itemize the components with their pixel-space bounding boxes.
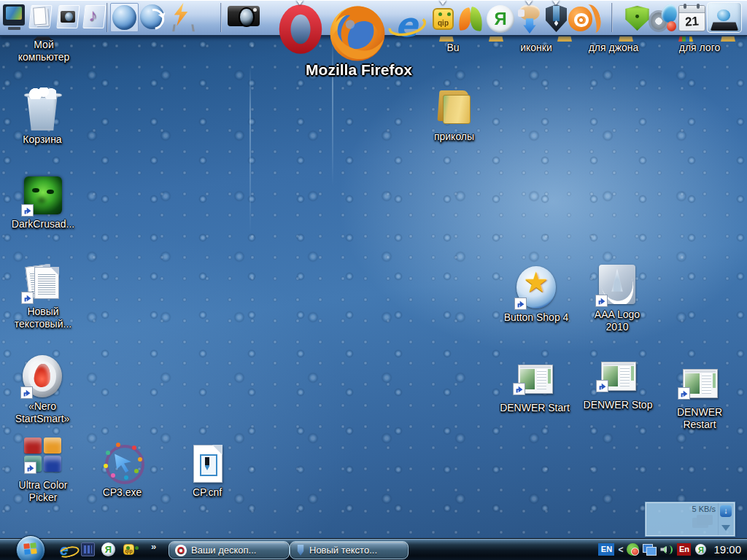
denwer-window-icon: [514, 359, 555, 400]
desktop-icon-new-text-document[interactable]: Новый текстовый...: [6, 262, 80, 330]
system-tray: EN < En Я 19:00: [598, 539, 747, 560]
icon-label: Ultra Color Picker: [9, 479, 77, 504]
desktop-icon-ultra-color-picker[interactable]: Ultra Color Picker: [9, 436, 77, 504]
dock-qip-icon[interactable]: qip: [430, 6, 456, 32]
tray-green-app-icon[interactable]: [627, 543, 639, 556]
dock-opera-icon[interactable]: [274, 2, 327, 56]
collapse-widget-button[interactable]: [721, 525, 730, 531]
dock-orange-comet-icon[interactable]: [568, 4, 600, 34]
nero-icon: [22, 354, 63, 398]
icon-label: Мой компьютер: [10, 39, 77, 63]
tray-network-icon[interactable]: [643, 544, 657, 556]
shortcut-arrow-icon: [678, 387, 690, 400]
task-button-label: Ваши дескоп...: [191, 545, 256, 556]
denwer-window-icon: [597, 356, 638, 397]
running-indicator: [296, 0, 303, 5]
shortcut-arrow-icon: [513, 383, 525, 395]
network-traffic-widget[interactable]: 5 KB/s ↓: [645, 502, 735, 537]
download-arrow-icon[interactable]: ↓: [720, 505, 732, 517]
dock-water-gear-icon[interactable]: [651, 4, 677, 32]
dock-firefox-icon[interactable]: [328, 3, 387, 64]
shortcut-arrow-icon: [514, 298, 527, 310]
dock-download-hand-icon[interactable]: [516, 4, 543, 34]
color-squares-icon: [23, 436, 63, 477]
desktop-icon-denwer-stop[interactable]: DENWER Stop: [574, 356, 662, 411]
shortcut-arrow-icon: [21, 204, 34, 217]
desktop-icon-button-shop-4[interactable]: ★ Button Shop 4: [492, 265, 580, 324]
icon-label: DENWER Restart: [670, 406, 729, 431]
hidden-folder-label[interactable]: для джона: [573, 42, 654, 53]
desktop-icon-cp3-exe[interactable]: CP3.exe: [88, 443, 157, 499]
tray-collapse-arrow[interactable]: <: [618, 545, 623, 555]
quick-launch: e Я qip: [60, 539, 136, 560]
dock-pictures-folder-icon[interactable]: [56, 4, 80, 30]
dock-drweb-icon[interactable]: [623, 4, 651, 32]
desktop-icon-recycle-bin[interactable]: Корзина: [10, 88, 74, 146]
dock-documents-folder-icon[interactable]: [28, 4, 53, 30]
hidden-folder-label[interactable]: иконки: [496, 42, 576, 53]
quicklaunch-yandex-icon[interactable]: Я: [101, 542, 116, 557]
dock-toolbar: ♪: [0, 0, 747, 36]
quicklaunch-qip-icon[interactable]: qip: [121, 542, 136, 557]
start-button[interactable]: [16, 535, 45, 560]
dark-crusade-icon: [23, 175, 63, 216]
tray-yandex-icon[interactable]: Я: [694, 543, 707, 556]
dock-camera-icon[interactable]: [227, 1, 260, 32]
config-file-icon: [187, 443, 228, 484]
dock-lightning-easel-icon[interactable]: [167, 2, 195, 31]
task-button-opera[interactable]: O Ваши дескоп...: [169, 541, 290, 559]
language-indicator[interactable]: EN: [598, 543, 614, 556]
icon-label: Button Shop 4: [504, 311, 569, 324]
dock-tooltip-firefox: Mozilla Firefox: [286, 61, 432, 79]
dock-shield-medal-icon[interactable]: [544, 3, 568, 34]
desktop-icon-prikoly-folder[interactable]: приколы: [419, 88, 489, 143]
windows-flag-icon: [23, 542, 36, 555]
quicklaunch-internet-explorer-icon[interactable]: e: [60, 542, 75, 557]
icon-label: DENWER Start: [500, 402, 570, 414]
hidden-folder-label[interactable]: для лого: [659, 42, 740, 53]
desktop-icon-aaa-logo-2010[interactable]: AAA Logo 2010: [586, 262, 649, 333]
music-note-glyph: ♪: [88, 5, 97, 26]
tray-volume-icon[interactable]: [660, 544, 673, 556]
dock-glass-cube-icon[interactable]: [706, 1, 743, 34]
desktop-icon-dark-crusade[interactable]: DarkCrusad...: [6, 175, 80, 230]
taskbar: e Я qip » O Ваши дескоп... Новый тексто.…: [0, 538, 747, 560]
icon-label: приколы: [434, 131, 474, 143]
icon-label: AAA Logo 2010: [586, 308, 649, 333]
desktop-icon-cp-cnf[interactable]: CP.cnf: [175, 443, 239, 499]
quicklaunch-overflow-chevron[interactable]: »: [151, 541, 156, 552]
dock-internet-explorer-icon[interactable]: e: [386, 7, 427, 47]
wallpaper-streak: [249, 66, 251, 233]
aaa-logo-icon: [597, 262, 638, 306]
desktop-icon-denwer-start[interactable]: DENWER Start: [491, 359, 578, 414]
opera-task-icon: O: [175, 545, 187, 556]
network-speed: 5 KB/s: [692, 505, 716, 513]
punto-switcher-indicator[interactable]: En: [677, 543, 691, 556]
network-adapter-icon: [697, 515, 713, 525]
desktop-icon-my-computer[interactable]: Мой компьютер: [10, 36, 77, 63]
icon-label: «Nero StartSmart»: [9, 400, 76, 425]
quicklaunch-commander-icon[interactable]: [80, 542, 96, 557]
desktop-icon-nero-startsmart[interactable]: «Nero StartSmart»: [9, 354, 76, 425]
star-circle-icon: ★: [516, 265, 557, 309]
task-button-label: Новый тексто...: [309, 545, 377, 556]
shortcut-arrow-icon: [24, 462, 36, 474]
text-document-icon: [23, 262, 63, 303]
svg-text:e: e: [395, 7, 420, 44]
dock-yandex-icon[interactable]: Я: [486, 4, 515, 34]
star-glyph: ★: [516, 268, 556, 297]
taskbar-clock[interactable]: 19:00: [713, 543, 741, 556]
dock-music-folder-icon[interactable]: ♪: [82, 4, 107, 30]
marker-task-icon: [296, 545, 305, 556]
task-button-text-document[interactable]: Новый тексто...: [290, 541, 409, 559]
dock-globe-sync-icon[interactable]: [139, 3, 166, 31]
desktop-icon-denwer-restart[interactable]: DENWER Restart: [670, 363, 729, 431]
recycle-bin-icon: [22, 88, 63, 131]
dock-calendar-icon[interactable]: 21: [678, 3, 706, 32]
dock-globe-icon[interactable]: [110, 3, 139, 32]
icon-label: CP3.exe: [103, 486, 142, 499]
dock-my-computer-icon[interactable]: [1, 4, 26, 30]
icon-label: DENWER Stop: [584, 399, 653, 411]
folder-icon: [434, 88, 475, 128]
dock-wings-icon[interactable]: [457, 5, 484, 33]
